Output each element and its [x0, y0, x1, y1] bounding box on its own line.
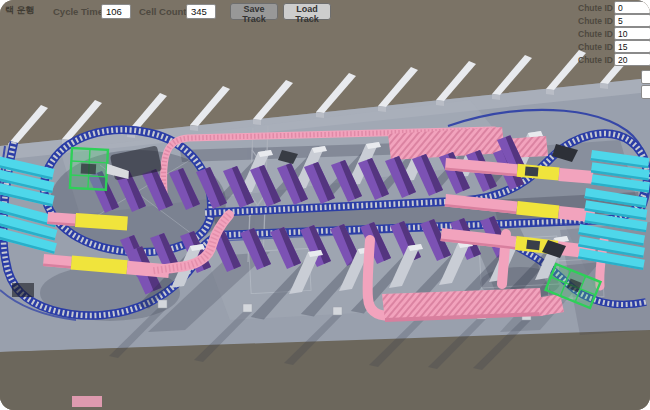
cell-count-label: Cell Count :: [139, 6, 192, 17]
chute-id-label: Chute ID :: [578, 16, 612, 26]
chute-id-input-partial[interactable]: [641, 70, 650, 84]
chute-id-input[interactable]: [614, 27, 650, 40]
cycle-time-input[interactable]: [101, 4, 131, 19]
cell-count-input[interactable]: [186, 4, 216, 19]
chute-id-input-partial[interactable]: [641, 85, 650, 99]
chute-id-input[interactable]: [614, 14, 650, 27]
simulation-viewport[interactable]: [0, 0, 650, 410]
chute-id-label: Chute ID :: [578, 3, 612, 13]
chute-id-label: Chute ID :: [578, 55, 612, 65]
save-track-button[interactable]: Save Track: [230, 3, 278, 20]
chute-id-input[interactable]: [614, 1, 650, 14]
app-window: 랙 운행 Cycle Time : Cell Count : Save Trac…: [0, 0, 650, 410]
chute-id-input[interactable]: [614, 40, 650, 53]
chute-id-label: Chute ID :: [578, 29, 612, 39]
chute-id-label: Chute ID :: [578, 42, 612, 52]
chute-id-input[interactable]: [614, 53, 650, 66]
load-track-button[interactable]: Load Track: [283, 3, 331, 20]
app-title: 랙 운행: [5, 4, 35, 17]
